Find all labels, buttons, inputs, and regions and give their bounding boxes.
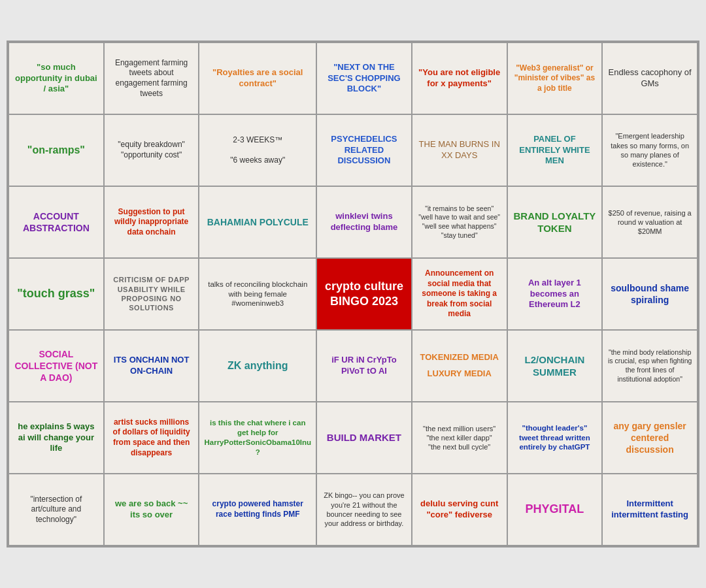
bingo-cell-r5c4: iF UR iN CrYpTo PiVoT tO AI [317, 331, 412, 402]
bingo-cell-r2c6: PANEL OF ENTIRELY WHITE MEN [508, 115, 603, 187]
bingo-cell-r4c4: crypto culture BINGO 2023 [317, 259, 412, 331]
bingo-cell-r1c2: Engagement farming tweets about engageme… [105, 43, 200, 115]
bingo-cell-r7c4: ZK bingo-- you can prove you're 21 witho… [317, 474, 412, 546]
cell-text-r3c1: ACCOUNT ABSTRACTION [14, 210, 99, 234]
bingo-cell-r4c1: "touch grass" [9, 259, 105, 331]
bingo-grid: "so much opportunity in dubai / asia"Eng… [8, 42, 698, 546]
bingo-cell-r4c6: An alt layer 1 becomes an Ethereum L2 [508, 259, 603, 331]
bingo-cell-r3c6: BRAND LOYALTY TOKEN [508, 187, 603, 259]
cell-text-r6c7: any gary gensler centered discussion [607, 420, 692, 456]
cell-text-r1c3: "Royalties are a social contract" [204, 67, 311, 90]
bingo-cell-r7c5: delulu serving cunt "core" fediverse [412, 474, 508, 546]
bingo-cell-r1c5: "You are not eligible for x payments" [412, 43, 508, 115]
bingo-cell-r2c2: "equity breakdown" "opportunity cost" [105, 115, 200, 187]
cell-text-r3c3: BAHAMIAN POLYCULE [207, 216, 309, 228]
cell-text-r3c6: BRAND LOYALTY TOKEN [513, 210, 597, 235]
bingo-cell-r6c3: is this the chat where i can get help fo… [199, 402, 317, 474]
cell-text-r4c6: An alt layer 1 becomes an Ethereum L2 [513, 278, 597, 311]
cell-text-r7c5: delulu serving cunt "core" fediverse [417, 498, 502, 521]
cell-text-r7c6: PHYGITAL [526, 502, 584, 517]
cell-text-r7c1: "intersection of art/culture and technol… [14, 495, 99, 525]
bingo-cell-r7c6: PHYGITAL [508, 474, 603, 546]
bingo-cell-r5c7: "the mind body relationship is crucial, … [603, 331, 698, 402]
cell-text-r5c5: TOKENIZED MEDIALUXURY MEDIA [420, 352, 498, 380]
bingo-cell-r3c7: $250 of revenue, raising a round w valua… [603, 187, 698, 259]
bingo-cell-r6c7: any gary gensler centered discussion [603, 402, 698, 474]
bingo-cell-r1c4: "NEXT ON THE SEC'S CHOPPING BLOCK" [317, 43, 412, 115]
bingo-cell-r3c1: ACCOUNT ABSTRACTION [9, 187, 105, 259]
cell-text-r2c3: 2-3 WEEKS™ "6 weeks away" [230, 135, 285, 166]
cell-text-r6c2: artist sucks millions of dollars of liqu… [109, 417, 194, 458]
bingo-cell-r1c6: "Web3 generalist" or "minister of vibes"… [508, 43, 603, 115]
bingo-cell-r2c4: PSYCHEDELICS RELATED DISCUSSION [317, 115, 412, 187]
bingo-container: "so much opportunity in dubai / asia"Eng… [7, 41, 699, 547]
cell-text-r2c4: PSYCHEDELICS RELATED DISCUSSION [322, 134, 407, 167]
cell-text-r6c1: he explains 5 ways ai will change your l… [14, 421, 99, 455]
cell-text-r5c3: ZK anything [227, 359, 288, 373]
cell-text-r2c5: THE MAN BURNS IN XX DAYS [417, 139, 502, 161]
bingo-cell-r1c1: "so much opportunity in dubai / asia" [9, 43, 105, 115]
cell-text-r1c6: "Web3 generalist" or "minister of vibes"… [513, 63, 597, 94]
cell-text-r3c5: "it remains to be seen" "well have to wa… [418, 204, 500, 240]
cell-text-r6c4: BUILD MARKET [327, 431, 401, 444]
bingo-cell-r1c3: "Royalties are a social contract" [199, 43, 317, 115]
cell-text-r5c7: "the mind body relationship is crucial, … [607, 348, 692, 384]
cell-text-r5c1: SOCIAL COLLECTIVE (NOT A DAO) [14, 348, 99, 384]
bingo-cell-r6c5: "the next million users" "the next kille… [412, 402, 508, 474]
bingo-cell-r3c4: winklevi twins deflecting blame [317, 187, 412, 259]
cell-text-r5c6: L2/ONCHAIN SUMMER [513, 353, 597, 379]
cell-text-r7c2: we are so back ~~ its so over [109, 498, 194, 521]
bingo-cell-r5c1: SOCIAL COLLECTIVE (NOT A DAO) [9, 331, 105, 402]
cell-text-r4c1: "touch grass" [17, 286, 95, 301]
cell-text-r5c2: ITS ONCHAIN NOT ON-CHAIN [109, 355, 194, 377]
cell-text-r6c6: "thought leader's" tweet thread written … [513, 423, 597, 453]
bingo-cell-r4c7: soulbound shame spiraling [603, 259, 698, 331]
bingo-cell-r1c7: Endless cacophony of GMs [603, 43, 698, 115]
bingo-cell-r7c7: Intermittent intermittent fasting [603, 474, 698, 546]
bingo-cell-r6c6: "thought leader's" tweet thread written … [508, 402, 603, 474]
bingo-cell-r7c2: we are so back ~~ its so over [105, 474, 200, 546]
cell-text-r1c7: Endless cacophony of GMs [607, 67, 692, 90]
cell-text-r7c4: ZK bingo-- you can prove you're 21 witho… [322, 491, 407, 528]
bingo-cell-r3c2: Suggestion to put wildly inappropriate d… [105, 187, 200, 259]
cell-text-r7c7: Intermittent intermittent fasting [607, 498, 692, 521]
bingo-cell-r2c1: "on-ramps" [9, 115, 105, 187]
cell-text-r3c2: Suggestion to put wildly inappropriate d… [109, 207, 194, 238]
bingo-cell-r4c2: CRITICISM OF DAPP USABILITY WHILE PROPOS… [105, 259, 200, 331]
cell-text-r2c2: "equity breakdown" "opportunity cost" [109, 140, 194, 160]
cell-text-r6c3: is this the chat where i can get help fo… [204, 418, 311, 457]
cell-text-r4c2: CRITICISM OF DAPP USABILITY WHILE PROPOS… [109, 275, 194, 312]
bingo-cell-r4c3: talks of reconciling blockchain with bei… [199, 259, 317, 331]
bingo-cell-r7c3: crypto powered hamster race betting find… [199, 474, 317, 546]
cell-text-r3c7: $250 of revenue, raising a round w valua… [607, 208, 692, 237]
bingo-cell-r5c3: ZK anything [199, 331, 317, 402]
cell-text-r2c7: "Emergent leadership takes so many forms… [607, 131, 692, 169]
bingo-cell-r6c2: artist sucks millions of dollars of liqu… [105, 402, 200, 474]
cell-text-r4c3: talks of reconciling blockchain with bei… [204, 280, 311, 309]
cell-text-r2c6: PANEL OF ENTIRELY WHITE MEN [513, 134, 597, 167]
cell-text-r1c5: "You are not eligible for x payments" [417, 67, 502, 90]
bingo-cell-r5c6: L2/ONCHAIN SUMMER [508, 331, 603, 402]
bingo-cell-r2c3: 2-3 WEEKS™ "6 weeks away" [199, 115, 317, 187]
bingo-cell-r2c5: THE MAN BURNS IN XX DAYS [412, 115, 508, 187]
bingo-cell-r7c1: "intersection of art/culture and technol… [9, 474, 105, 546]
bingo-cell-r5c5: TOKENIZED MEDIALUXURY MEDIA [412, 331, 508, 402]
cell-text-r6c5: "the next million users" "the next kille… [423, 424, 496, 452]
bingo-cell-r6c4: BUILD MARKET [317, 402, 412, 474]
bingo-cell-r3c5: "it remains to be seen" "well have to wa… [412, 187, 508, 259]
cell-text-r1c4: "NEXT ON THE SEC'S CHOPPING BLOCK" [322, 62, 407, 95]
cell-text-r1c1: "so much opportunity in dubai / asia" [14, 62, 99, 95]
cell-text-r3c4: winklevi twins deflecting blame [322, 211, 407, 233]
cell-text-r2c1: "on-ramps" [27, 144, 85, 157]
bingo-cell-r2c7: "Emergent leadership takes so many forms… [603, 115, 698, 187]
bingo-cell-r6c1: he explains 5 ways ai will change your l… [9, 402, 105, 474]
cell-text-r5c4: iF UR iN CrYpTo PiVoT tO AI [322, 355, 407, 377]
bingo-cell-r4c5: Announcement on social media that someon… [412, 259, 508, 331]
bingo-cell-r5c2: ITS ONCHAIN NOT ON-CHAIN [105, 331, 200, 402]
cell-text-r1c2: Engagement farming tweets about engageme… [109, 58, 194, 99]
cell-text-r4c7: soulbound shame spiraling [607, 282, 692, 306]
cell-text-r4c5: Announcement on social media that someon… [417, 269, 502, 319]
bingo-cell-r3c3: BAHAMIAN POLYCULE [199, 187, 317, 259]
cell-text-r7c3: crypto powered hamster race betting find… [204, 499, 311, 519]
